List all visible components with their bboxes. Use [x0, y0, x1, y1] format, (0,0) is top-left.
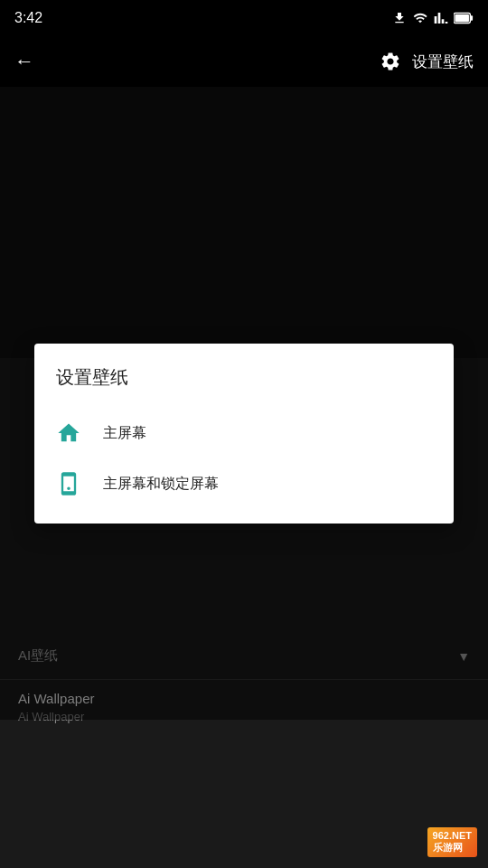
- back-button[interactable]: ←: [14, 50, 34, 73]
- dialog-title: 设置壁纸: [56, 365, 432, 390]
- status-bar: 3:42: [0, 0, 488, 36]
- settings-icon[interactable]: [380, 51, 401, 72]
- home-lock-label: 主屏幕和锁定屏幕: [103, 475, 219, 494]
- download-icon: [392, 11, 407, 25]
- svg-rect-1: [470, 15, 473, 21]
- watermark: 962.NET 乐游网: [427, 827, 477, 857]
- svg-rect-2: [455, 14, 469, 22]
- status-time: 3:42: [14, 10, 42, 26]
- home-screen-label: 主屏幕: [103, 424, 146, 443]
- home-lock-option[interactable]: 主屏幕和锁定屏幕: [56, 458, 432, 509]
- watermark-line1: 962.NET: [433, 830, 472, 841]
- top-bar-right: 设置壁纸: [380, 51, 474, 72]
- phone-lock-icon: [56, 471, 81, 496]
- watermark-line2: 乐游网: [433, 841, 472, 854]
- home-screen-option[interactable]: 主屏幕: [56, 408, 432, 458]
- status-icons: [392, 11, 474, 25]
- home-icon: [56, 420, 81, 446]
- wifi-icon: [412, 11, 428, 25]
- battery-icon: [454, 12, 474, 24]
- signal-icon: [434, 11, 448, 25]
- top-bar: ← 设置壁纸: [0, 36, 488, 87]
- top-bar-title: 设置壁纸: [412, 52, 474, 72]
- wallpaper-dialog: 设置壁纸 主屏幕 主屏幕和锁定屏幕: [34, 344, 454, 524]
